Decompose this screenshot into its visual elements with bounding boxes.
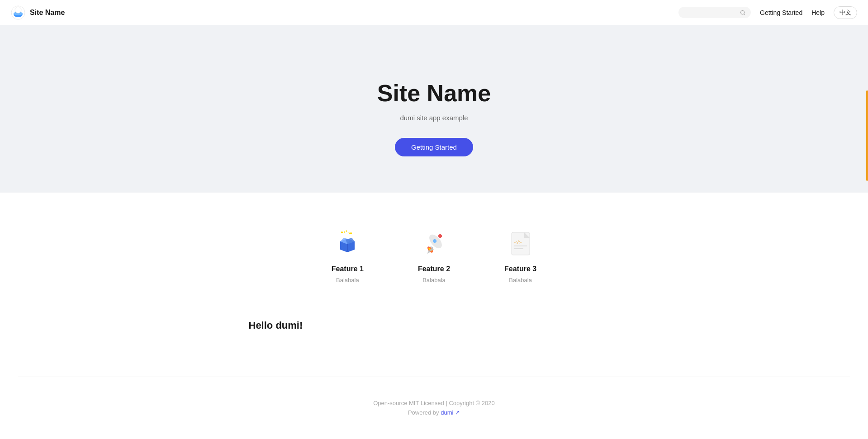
feature-2-icon: [419, 229, 448, 258]
hero-title: Site Name: [0, 80, 868, 107]
scroll-indicator: [866, 90, 868, 181]
feature-3-desc: Balabala: [504, 277, 536, 283]
feature-2-desc: Balabala: [418, 277, 450, 283]
feature-1-title: Feature 1: [332, 265, 364, 273]
footer: Open-source MIT Licensed | Copyright © 2…: [0, 386, 868, 434]
feature-1-desc: Balabala: [332, 277, 364, 283]
footer-powered-text: Powered by: [408, 409, 441, 416]
hero-cta-button[interactable]: Getting Started: [395, 138, 473, 156]
svg-line-9: [344, 231, 345, 233]
lang-button[interactable]: 中文: [834, 6, 857, 19]
navbar-right: Getting Started Help 中文: [678, 6, 857, 19]
hero-subtitle: dumi site app example: [0, 114, 868, 122]
nav-getting-started[interactable]: Getting Started: [760, 9, 802, 16]
nav-help[interactable]: Help: [811, 9, 825, 16]
svg-line-10: [349, 232, 350, 234]
site-logo-icon: [11, 5, 25, 20]
search-box[interactable]: [678, 7, 751, 18]
svg-point-3: [15, 7, 21, 13]
footer-powered: Powered by dumi ↗: [0, 409, 868, 416]
svg-line-5: [744, 14, 745, 14]
svg-point-6: [341, 231, 343, 233]
feature-2: Feature 2 Balabala: [418, 229, 450, 283]
navbar: Site Name Getting Started Help 中文: [0, 0, 868, 25]
feature-1: Feature 1 Balabala: [332, 229, 364, 283]
hello-dumi-heading: Hello dumi!: [249, 320, 620, 331]
svg-text:</>: </>: [514, 240, 522, 245]
feature-3-title: Feature 3: [504, 265, 536, 273]
footer-dumi-link[interactable]: dumi ↗: [441, 409, 460, 416]
hero-section: Site Name dumi site app example Getting …: [0, 25, 868, 193]
feature-3: </> Feature 3 Balabala: [504, 229, 536, 283]
feature-1-icon: [333, 229, 362, 258]
content-section: Hello dumi!: [231, 311, 638, 368]
svg-point-7: [346, 231, 347, 232]
navbar-logo-area: Site Name: [11, 5, 65, 20]
content-divider: [18, 377, 850, 377]
feature-3-icon: </>: [506, 229, 535, 258]
feature-2-title: Feature 2: [418, 265, 450, 273]
navbar-site-name: Site Name: [30, 9, 65, 17]
features-section: Feature 1 Balabala: [0, 193, 868, 311]
svg-point-8: [350, 232, 352, 234]
search-icon: [740, 9, 745, 16]
features-grid: Feature 1 Balabala: [231, 229, 638, 283]
footer-license: Open-source MIT Licensed | Copyright © 2…: [0, 400, 868, 406]
search-input[interactable]: [684, 9, 737, 16]
svg-point-4: [740, 10, 744, 14]
